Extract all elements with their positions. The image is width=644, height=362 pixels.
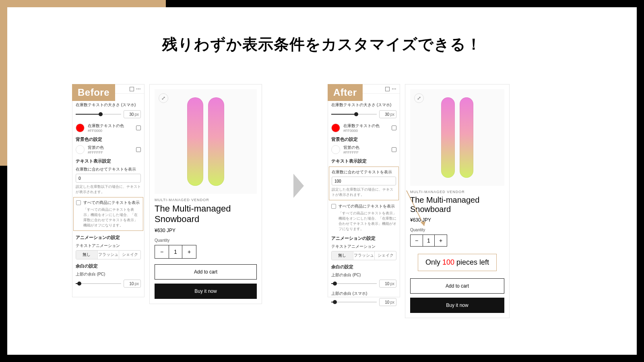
anim-opt-none[interactable]: 無し [76,251,97,259]
transition-arrow-icon [293,174,304,198]
page-icon [130,87,134,91]
margin-section-title: 余白の設定 [331,264,396,270]
edit-icon[interactable] [136,125,141,130]
buy-now-button[interactable]: Buy it now [410,298,504,313]
edit-icon[interactable] [136,147,141,152]
stock-post: pieces left [454,258,489,266]
anim-opt-shake[interactable]: シェイク [119,251,140,259]
stock-pre: Only [425,258,442,266]
anim-opt-flash[interactable]: フラッシュ [353,251,375,260]
qty-minus-button[interactable]: − [155,245,169,258]
product-price: ¥630 JPY [410,217,504,223]
page-icon [385,87,390,91]
margin-pc-input[interactable]: 10px [124,280,141,288]
margin-top-sp-label: 上部の余白 (スマホ) [331,291,396,296]
text-color-hex: #FF0000 [88,129,124,133]
frame-bottom-bar [0,355,644,362]
threshold-input[interactable] [76,174,141,183]
bg-color-hex: #FFFFFF [343,150,359,154]
text-color-swatch[interactable] [331,123,340,132]
margin-section-title: 余白の設定 [76,263,141,269]
text-size-input[interactable]: 30px [379,110,396,118]
after-preview-panel: ⤢ MULTI-MANAGED VENDOR The Multi-managed… [405,84,510,318]
qty-minus-button[interactable]: − [411,235,423,246]
frame-top-accent [0,0,166,7]
bg-color-label: 背景の色 [343,145,359,150]
product-vendor: MULTI-MANAGED VENDOR [155,198,257,202]
all-products-help: 「すべての商品にテキストを表示」機能をオンにした場合、「在庫数に合わせてテキスト… [331,211,396,232]
stock-count: 100 [442,258,454,266]
threshold-help: 設定した在庫数以下の場合に、テキストが表示されます。 [332,187,396,197]
all-products-checkbox[interactable] [331,204,336,209]
zoom-icon[interactable]: ⤢ [414,93,424,103]
text-display-section-title: テキスト表示設定 [331,158,396,164]
margin-sp-input[interactable]: 10px [379,298,396,306]
product-vendor: MULTI-MANAGED VENDOR [410,190,504,194]
text-size-label: 在庫数テキストの大きさ (スマホ) [331,102,396,108]
product-image: ⤢ [410,89,504,186]
more-icon[interactable]: ··· [392,87,396,91]
bg-color-hex: #FFFFFF [88,150,104,154]
anim-segmented[interactable]: 無し フラッシュ シェイク [76,250,141,259]
text-size-slider[interactable] [76,113,121,115]
text-size-slider[interactable] [331,113,377,115]
bg-color-swatch[interactable] [331,145,340,154]
text-color-hex: #FF0000 [343,129,380,133]
product-price: ¥630 JPY [155,228,257,233]
text-color-swatch[interactable] [76,123,85,132]
snowboard-graphic [460,97,473,178]
product-image: ⤢ [155,89,257,194]
margin-pc-slider[interactable] [331,283,377,284]
frame-left-bar [0,166,7,362]
after-settings-panel: 示｜お手軽… ··· Stock Counter 在庫数テキストの大きさ (スマ… [328,84,400,297]
margin-pc-input[interactable]: 10px [379,280,396,288]
text-color-label: 在庫数テキストの色 [343,123,380,129]
bg-color-swatch[interactable] [76,145,85,154]
text-size-input[interactable]: 30px [124,110,141,118]
margin-top-pc-label: 上部の余白 (PC) [76,272,141,277]
quantity-label: Quantity [410,228,504,232]
frame-right-bar [637,0,644,362]
highlight-threshold: 在庫数に合わせてテキストを表示 設定した在庫数以下の場合に、テキストが表示されま… [329,167,399,200]
edit-icon[interactable] [392,125,396,130]
quantity-stepper[interactable]: − 1 + [155,245,196,259]
bg-section-title: 背景色の設定 [76,137,141,142]
snowboard-graphic [441,97,455,178]
edit-icon[interactable] [392,147,396,152]
buy-now-button[interactable]: Buy it now [155,284,257,299]
margin-top-pc-label: 上部の余白 (PC) [331,272,396,278]
before-settings-panel: お手軽… ··· Counter 在庫数テキストの大きさ (スマホ) 30px … [72,84,144,297]
text-color-label: 在庫数テキストの色 [88,123,124,129]
threshold-label: 在庫数に合わせてテキストを表示 [76,167,141,172]
add-to-cart-button[interactable]: Add to cart [155,264,257,280]
product-title: The Multi-managed Snowboard [410,195,504,214]
anim-opt-none[interactable]: 無し [332,251,353,260]
frame-left-accent [0,0,7,166]
margin-sp-slider[interactable] [331,301,377,303]
threshold-label: 在庫数に合わせてテキストを表示 [332,169,396,175]
add-to-cart-button[interactable]: Add to cart [410,278,504,294]
anim-label: テキストアニメーション [76,243,141,249]
anim-section-title: アニメーションの設定 [331,236,396,241]
qty-plus-button[interactable]: + [182,245,196,258]
anim-label: テキストアニメーション [331,244,396,249]
all-products-label: すべての商品にテキストを表示 [339,204,395,209]
text-display-section-title: テキスト表示設定 [76,158,141,164]
quantity-stepper[interactable]: − 1 + [410,234,447,247]
qty-value: 1 [423,235,435,246]
anim-opt-shake[interactable]: シェイク [374,251,396,260]
highlight-all-products: すべての商品にテキストを表示 「すべての商品にテキストを表示」機能をオンにした場… [73,197,143,231]
all-products-checkbox[interactable] [76,200,81,205]
snowboard-graphic [208,97,224,186]
qty-value: 1 [169,245,182,258]
qty-plus-button[interactable]: + [435,235,447,246]
anim-segmented[interactable]: 無し フラッシュ シェイク [331,251,396,260]
all-products-label: すべての商品にテキストを表示 [83,200,140,206]
bg-section-title: 背景色の設定 [331,137,396,142]
anim-opt-flash[interactable]: フラッシュ [97,251,119,259]
frame-top-bar [166,0,644,7]
threshold-input[interactable] [332,177,396,185]
margin-pc-slider[interactable] [76,283,121,284]
zoom-icon[interactable]: ⤢ [159,93,168,103]
more-icon[interactable]: ··· [136,87,141,91]
